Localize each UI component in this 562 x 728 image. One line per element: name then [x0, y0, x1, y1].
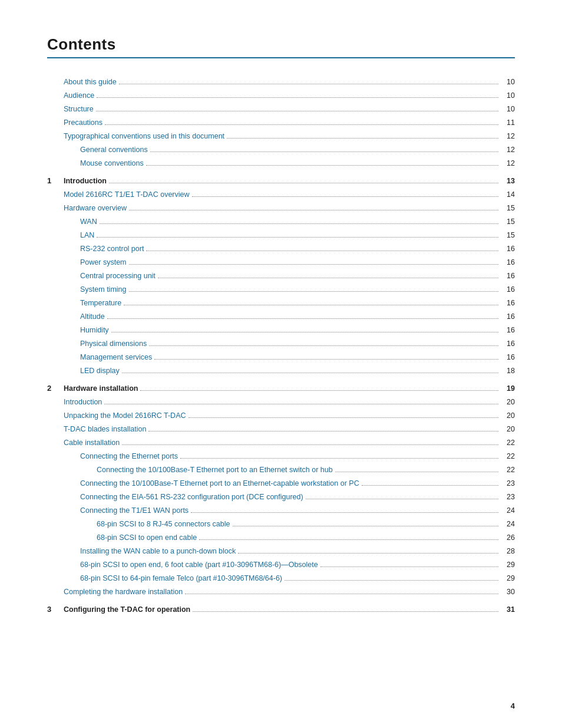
toc-page-num: 22 [501, 450, 515, 462]
toc-dots [238, 553, 498, 554]
toc-page-num: 16 [501, 311, 515, 322]
toc-dots [129, 264, 499, 265]
toc-dots [140, 390, 498, 391]
toc-label[interactable]: Connecting the EIA-561 RS-232 configurat… [80, 491, 303, 503]
toc-item: Connecting the Ethernet ports22 [47, 450, 515, 462]
toc-label[interactable]: 68-pin SCSI to 8 RJ-45 connectors cable [97, 518, 230, 530]
toc-dots [154, 359, 498, 360]
toc-dots [96, 111, 498, 111]
toc-label[interactable]: Model 2616RC T1/E1 T-DAC overview [64, 189, 190, 200]
toc-label[interactable]: Unpacking the Model 2616RC T-DAC [64, 410, 186, 421]
toc-label[interactable]: RS-232 control port [80, 243, 144, 255]
toc-dots [146, 165, 498, 166]
toc-label[interactable]: T-DAC blades installation [64, 423, 146, 435]
toc-label[interactable]: Central processing unit [80, 270, 156, 282]
toc-page-num: 30 [501, 586, 515, 598]
toc-item: 68-pin SCSI to 8 RJ-45 connectors cable2… [47, 518, 515, 530]
toc-dots [320, 566, 498, 567]
toc-label[interactable]: 68-pin SCSI to 64-pin female Telco (part… [80, 572, 282, 584]
toc-label[interactable]: Typographical conventions used in this d… [64, 130, 224, 142]
toc-label[interactable]: Structure [64, 103, 94, 115]
toc-label: Hardware installation [64, 383, 138, 394]
toc-label: Introduction [64, 175, 107, 187]
toc-label[interactable]: Altitude [80, 311, 105, 322]
toc-page-num: 22 [501, 464, 515, 476]
toc-label[interactable]: Completing the hardware installation [64, 586, 183, 598]
toc-item: 68-pin SCSI to 64-pin female Telco (part… [47, 572, 515, 584]
toc-dots [185, 594, 498, 594]
toc-item: Altitude16 [47, 311, 515, 322]
toc-label[interactable]: WAN [80, 216, 97, 228]
toc-dots [149, 345, 498, 346]
toc-label[interactable]: Temperature [80, 297, 121, 309]
toc-label[interactable]: Connecting the 10/100Base-T Ethernet por… [97, 464, 333, 476]
toc-label[interactable]: Introduction [64, 396, 102, 408]
toc-page-num: 29 [501, 572, 515, 584]
toc-item: Management services16 [47, 351, 515, 363]
toc-item: General conventions12 [47, 144, 515, 156]
toc-dots [111, 332, 498, 332]
toc-label[interactable]: Humidity [80, 324, 109, 336]
toc-dots [362, 485, 498, 486]
toc-label[interactable]: Mouse conventions [80, 157, 144, 169]
toc-item: Completing the hardware installation30 [47, 586, 515, 598]
toc-label[interactable]: Hardware overview [64, 202, 127, 214]
toc-item: Installing the WAN cable to a punch-down… [47, 545, 515, 557]
toc-label[interactable]: Connecting the 10/100Base-T Ethernet por… [80, 477, 359, 489]
toc-label[interactable]: Cable installation [64, 437, 120, 449]
toc-item: Hardware overview15 [47, 202, 515, 214]
toc-item: Typographical conventions used in this d… [47, 130, 515, 142]
toc-label[interactable]: Power system [80, 256, 127, 268]
toc-item: Precautions11 [47, 117, 515, 129]
toc-label[interactable]: Physical dimensions [80, 338, 147, 350]
toc-item: Connecting the EIA-561 RS-232 configurat… [47, 491, 515, 503]
toc-item: 2Hardware installation19 [47, 383, 515, 395]
toc-item: Connecting the 10/100Base-T Ethernet por… [47, 477, 515, 489]
toc-label[interactable]: About this guide [64, 76, 117, 88]
toc-page-num: 18 [501, 365, 515, 377]
toc-page-num: 16 [501, 270, 515, 282]
toc-page-num: 16 [501, 351, 515, 363]
toc-label[interactable]: LED display [80, 365, 120, 377]
toc-label[interactable]: Installing the WAN cable to a punch-down… [80, 545, 236, 557]
toc-label[interactable]: Precautions [64, 117, 103, 129]
toc-page-num: 23 [501, 477, 515, 489]
toc-dots [193, 611, 498, 612]
toc-label[interactable]: Management services [80, 351, 152, 363]
toc-page-num: 24 [501, 505, 515, 516]
toc-label[interactable]: LAN [80, 229, 94, 241]
toc-label[interactable]: 68-pin SCSI to open end cable [97, 532, 197, 543]
toc-dots [97, 97, 498, 98]
toc-page-num: 28 [501, 545, 515, 557]
toc-page-num: 10 [501, 103, 515, 115]
toc-page-num: 12 [501, 144, 515, 156]
toc-dots [306, 499, 498, 499]
toc-chapter-num: 3 [47, 604, 64, 616]
toc-page-num: 24 [501, 518, 515, 530]
toc-label[interactable]: 68-pin SCSI to open end, 6 foot cable (p… [80, 559, 318, 571]
toc-item: Power system16 [47, 256, 515, 268]
toc-page-num: 16 [501, 324, 515, 336]
toc-dots [105, 124, 498, 125]
title-divider [47, 57, 515, 58]
toc-chapter-num: 1 [47, 175, 64, 187]
toc-dots [192, 196, 498, 197]
toc-dots [100, 223, 498, 224]
toc-page-num: 15 [501, 216, 515, 228]
toc-page-num: 12 [501, 157, 515, 169]
toc-label[interactable]: Connecting the T1/E1 WAN ports [80, 505, 189, 516]
toc-label[interactable]: System timing [80, 284, 127, 295]
toc-item: Mouse conventions12 [47, 157, 515, 169]
toc-page-num: 20 [501, 423, 515, 435]
toc-item: Structure10 [47, 103, 515, 115]
toc-label[interactable]: Audience [64, 90, 94, 101]
toc-item: Humidity16 [47, 324, 515, 336]
table-of-contents: About this guide10Audience10Structure10P… [47, 76, 515, 615]
toc-item: 3Configuring the T-DAC for operation31 [47, 604, 515, 616]
toc-label[interactable]: General conventions [80, 144, 148, 156]
toc-dots [107, 318, 498, 319]
toc-label[interactable]: Connecting the Ethernet ports [80, 450, 178, 462]
toc-page-num: 12 [501, 130, 515, 142]
toc-dots [227, 138, 498, 139]
toc-page-num: 13 [501, 175, 515, 187]
